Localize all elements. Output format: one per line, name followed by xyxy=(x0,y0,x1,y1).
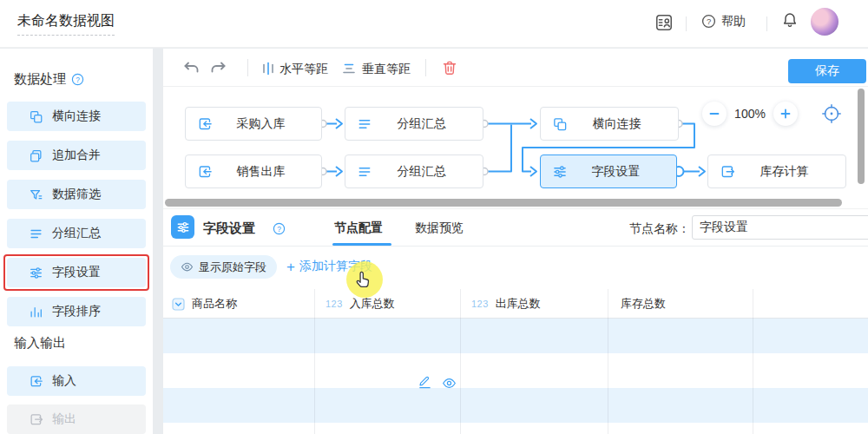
top-header: 未命名数据视图 ? 帮助 xyxy=(0,0,868,48)
sidebar-item-filter[interactable]: 数据筛选 xyxy=(7,180,146,209)
show-original-fields-button[interactable]: 显示原始字段 xyxy=(170,255,277,279)
sidebar: 数据处理 ? 横向连接 追加合并 数据筛选 xyxy=(0,49,153,434)
table-row xyxy=(163,319,868,353)
field-settings-icon xyxy=(171,215,194,239)
flow-node-group-summary-1[interactable]: 分组汇总 xyxy=(345,107,483,141)
column-label: 入库总数 xyxy=(350,296,395,312)
node-label: 字段设置 xyxy=(568,164,664,180)
contact-card-icon[interactable] xyxy=(654,13,674,36)
sidebar-item-label: 数据筛选 xyxy=(52,187,101,202)
sidebar-item-field-settings[interactable]: 字段设置 xyxy=(7,258,146,287)
preview-table-header: 商品名称 123 入库总数 123 出库总数 库存总数 xyxy=(163,289,868,319)
column-header-product-name[interactable]: 商品名称 xyxy=(172,289,237,319)
section-label: 输入输出 xyxy=(14,335,66,352)
toolbar-divider xyxy=(425,59,426,76)
sidebar-item-join[interactable]: 横向连接 xyxy=(7,102,146,131)
redo-icon[interactable] xyxy=(210,60,227,79)
sidebar-item-label: 字段设置 xyxy=(52,265,101,280)
eye-icon[interactable] xyxy=(442,376,457,394)
sidebar-item-group[interactable]: 分组汇总 xyxy=(7,219,146,248)
sidebar-section-data-processing: 数据处理 ? xyxy=(14,71,84,88)
panel-title: 字段设置 xyxy=(203,220,255,237)
group-icon xyxy=(357,116,372,132)
question-circle-icon[interactable]: ? xyxy=(273,222,286,239)
join-icon xyxy=(552,116,568,132)
sidebar-item-output: 输出 xyxy=(7,404,146,434)
avatar[interactable] xyxy=(811,8,838,36)
node-label: 分组汇总 xyxy=(372,116,470,132)
node-config-panel: 字段设置 ? 节点配置 数据预览 节点名称： 显示原始字段 + 添加计算字段 xyxy=(163,208,868,434)
sidebar-item-label: 横向连接 xyxy=(52,108,101,124)
column-header-inbound-total[interactable]: 123 入库总数 xyxy=(326,289,395,319)
flow-node-field-settings[interactable]: 字段设置 xyxy=(540,155,677,188)
trash-icon[interactable] xyxy=(441,59,458,80)
node-label: 采购入库 xyxy=(213,116,309,132)
column-header-outbound-total[interactable]: 123 出库总数 xyxy=(471,289,541,319)
sidebar-item-append[interactable]: 追加合并 xyxy=(7,141,146,170)
horizontal-spacing-icon[interactable] xyxy=(260,61,276,80)
save-button[interactable]: 保存 xyxy=(788,59,866,83)
undo-icon[interactable] xyxy=(182,60,200,79)
header-divider xyxy=(766,16,767,31)
vertical-scrollbar[interactable] xyxy=(858,89,865,184)
table-row xyxy=(163,353,868,388)
question-circle-icon[interactable]: ? xyxy=(71,73,84,86)
sort-icon xyxy=(29,305,43,319)
sidebar-item-label: 字段排序 xyxy=(52,304,101,319)
show-original-fields-label: 显示原始字段 xyxy=(199,260,266,275)
vertical-spacing-label[interactable]: 垂直等距 xyxy=(362,62,411,77)
flow-node-join[interactable]: 横向连接 xyxy=(540,107,679,141)
column-divider xyxy=(608,289,608,434)
flow-node-group-summary-2[interactable]: 分组汇总 xyxy=(345,155,483,188)
table-row xyxy=(163,388,868,423)
tab-node-config[interactable]: 节点配置 xyxy=(334,220,383,236)
column-header-inventory-total[interactable]: 库存总数 xyxy=(621,289,666,319)
help-label[interactable]: 帮助 xyxy=(721,14,746,30)
node-label: 分组汇总 xyxy=(372,164,470,180)
panel-divider xyxy=(163,246,868,247)
flow-connections xyxy=(163,87,868,208)
horizontal-scrollbar[interactable] xyxy=(165,199,842,207)
number-type-label: 123 xyxy=(471,299,489,309)
pencil-icon[interactable] xyxy=(418,375,432,393)
flow-node-sales-outbound[interactable]: 销售出库 xyxy=(185,155,322,188)
column-divider xyxy=(753,289,753,434)
sidebar-item-sort[interactable]: 字段排序 xyxy=(7,297,146,326)
group-icon xyxy=(357,164,372,180)
section-label: 数据处理 xyxy=(14,71,66,88)
add-calc-field-button[interactable]: + 添加计算字段 xyxy=(286,259,372,274)
zoom-out-button[interactable] xyxy=(702,102,727,126)
node-name-label: 节点名称： xyxy=(629,221,690,237)
fit-view-crosshair-icon[interactable] xyxy=(821,103,842,128)
vertical-spacing-icon[interactable] xyxy=(341,61,357,80)
table-row xyxy=(163,423,868,434)
output-icon xyxy=(29,412,43,427)
flow-canvas[interactable]: 采购入库 分组汇总 横向连接 销售出库 分组汇总 xyxy=(163,87,868,208)
node-name-input[interactable] xyxy=(692,215,868,240)
select-type-icon xyxy=(172,298,185,311)
sidebar-item-input[interactable]: 输入 xyxy=(7,366,146,396)
horizontal-spacing-label[interactable]: 水平等距 xyxy=(279,62,328,77)
input-icon xyxy=(29,374,43,389)
output-icon xyxy=(720,164,735,180)
number-type-label: 123 xyxy=(326,299,343,309)
sidebar-item-label: 追加合并 xyxy=(52,148,101,163)
node-label: 横向连接 xyxy=(568,116,666,132)
page-title[interactable]: 未命名数据视图 xyxy=(17,12,115,36)
append-icon xyxy=(29,148,43,163)
field-settings-icon xyxy=(552,164,568,180)
plus-icon: + xyxy=(286,260,295,274)
flow-node-inventory-calc[interactable]: 库存计算 xyxy=(707,155,846,188)
input-icon xyxy=(197,164,213,180)
svg-text:?: ? xyxy=(277,225,281,233)
help-question-icon[interactable]: ? xyxy=(701,14,716,32)
sidebar-item-label: 输入 xyxy=(52,373,76,389)
tab-data-preview[interactable]: 数据预览 xyxy=(415,220,464,236)
flow-node-purchase-inbound[interactable]: 采购入库 xyxy=(185,107,322,141)
add-calc-field-label: 添加计算字段 xyxy=(299,259,372,274)
bell-icon[interactable] xyxy=(781,11,799,32)
canvas-toolbar: 水平等距 垂直等距 保存 xyxy=(163,49,868,87)
zoom-in-button[interactable] xyxy=(773,102,798,126)
column-label: 商品名称 xyxy=(192,296,237,312)
node-label: 销售出库 xyxy=(213,164,309,180)
